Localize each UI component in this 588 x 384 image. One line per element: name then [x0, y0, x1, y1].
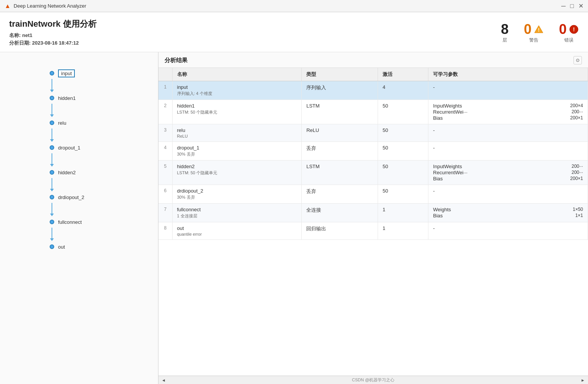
- param-name: InputWeights: [433, 103, 462, 109]
- error-icon: !: [569, 24, 579, 34]
- table-row[interactable]: 4dropout_130% 丢弃丢弃50-: [158, 142, 588, 161]
- layers-count: 8: [501, 22, 509, 36]
- cell-activation: 1: [378, 222, 428, 240]
- results-header: 分析结果 ⊙: [158, 52, 588, 68]
- results-title: 分析结果: [165, 57, 187, 64]
- param-value: 200···: [572, 170, 583, 175]
- collapse-button[interactable]: ⊙: [573, 56, 582, 64]
- cell-row-num: 5: [158, 161, 172, 185]
- arrow-input: [50, 90, 54, 92]
- table-row[interactable]: 5hidden2LSTM: 50 个隐藏单元LSTM50InputWeights…: [158, 161, 588, 185]
- param-name: Bias: [433, 176, 443, 182]
- cell-params: InputWeights200···RecurrentWei···200···B…: [428, 161, 588, 185]
- cell-row-num: 3: [158, 124, 172, 142]
- node-dot-out: [50, 244, 54, 249]
- errors-label: 错误: [564, 37, 573, 43]
- cell-activation: 50: [378, 185, 428, 204]
- cell-name: hidden2LSTM: 50 个隐藏单元: [172, 161, 302, 185]
- layer-name: input: [177, 84, 297, 90]
- cell-row-num: 6: [158, 185, 172, 204]
- cell-name: reluReLU: [172, 124, 302, 142]
- cell-type: ReLU: [302, 124, 378, 142]
- layer-subtext: 1 全连接层: [177, 213, 297, 219]
- cell-activation: 4: [378, 81, 428, 100]
- arrow-drdiopout2: [50, 214, 54, 216]
- table-row[interactable]: 8outquantile error回归输出1-: [158, 222, 588, 240]
- cell-row-num: 7: [158, 204, 172, 222]
- table-row[interactable]: 2hidden1LSTM: 50 个隐藏单元LSTM50InputWeights…: [158, 100, 588, 124]
- cell-name: fullconnect1 全连接层: [172, 204, 302, 222]
- node-dot-input: [50, 71, 54, 76]
- cell-params: Weights1×50Bias1×1: [428, 204, 588, 222]
- page-title: trainNetwork 使用分析: [9, 18, 97, 30]
- table-row[interactable]: 6drdiopout_230% 丢弃丢弃50-: [158, 185, 588, 204]
- param-name: Bias: [433, 115, 443, 121]
- scroll-left-arrow[interactable]: ◄: [162, 378, 166, 382]
- title-bar: ▲ Deep Learning Network Analyzer ─ □ ✕: [0, 0, 588, 12]
- table-row[interactable]: 7fullconnect1 全连接层全连接1Weights1×50Bias1×1: [158, 204, 588, 222]
- header-section: trainNetwork 使用分析 名称: net1 分析日期: 2023-08…: [0, 12, 588, 52]
- svg-text:!: !: [538, 27, 540, 33]
- header-left: trainNetwork 使用分析 名称: net1 分析日期: 2023-08…: [9, 18, 97, 47]
- cell-params: -: [428, 142, 588, 161]
- param-value: 1×1: [575, 213, 583, 219]
- cell-activation: 50: [378, 161, 428, 185]
- cell-activation: 50: [378, 124, 428, 142]
- stat-errors: 0 ! 错误: [559, 22, 579, 43]
- connector-input: [52, 79, 52, 90]
- connector-drdiopout2: [52, 203, 52, 214]
- layers-label: 层: [502, 37, 507, 43]
- node-label-relu[interactable]: relu: [58, 120, 66, 126]
- cell-name: outquantile error: [172, 222, 302, 240]
- param-value: 200···: [572, 164, 583, 169]
- cell-params: -: [428, 81, 588, 100]
- connector-hidden2: [52, 178, 52, 189]
- cell-name: input序列输入: 4 个维度: [172, 81, 302, 100]
- scroll-right-arrow[interactable]: ►: [581, 378, 585, 382]
- layer-name: hidden2: [177, 164, 297, 169]
- node-group-relu: relu: [50, 117, 66, 142]
- node-label-dropout1[interactable]: dropout_1: [58, 145, 81, 151]
- maximize-button[interactable]: □: [570, 3, 574, 9]
- body-section: input hidden1: [0, 52, 588, 384]
- cell-params: -: [428, 222, 588, 240]
- node-label-drdiopout2[interactable]: drdiopout_2: [58, 194, 84, 200]
- cell-params: -: [428, 124, 588, 142]
- network-name: 名称: net1: [9, 32, 97, 39]
- layer-name: drdiopout_2: [177, 188, 297, 194]
- close-button[interactable]: ✕: [578, 3, 583, 9]
- cell-params: -: [428, 185, 588, 204]
- results-table-container[interactable]: 名称 类型 激活 可学习参数 1input序列输入: 4 个维度序列输入4-2h…: [158, 68, 588, 376]
- table-row[interactable]: 1input序列输入: 4 个维度序列输入4-: [158, 81, 588, 100]
- cell-type: 全连接: [302, 204, 378, 222]
- cell-params: InputWeights200×4RecurrentWei···200···Bi…: [428, 100, 588, 124]
- cell-type: 丢弃: [302, 185, 378, 204]
- node-label-hidden1[interactable]: hidden1: [58, 95, 76, 101]
- param-name: Bias: [433, 213, 443, 219]
- node-label-hidden2[interactable]: hidden2: [58, 170, 76, 175]
- cell-name: dropout_130% 丢弃: [172, 142, 302, 161]
- results-table: 名称 类型 激活 可学习参数 1input序列输入: 4 个维度序列输入4-2h…: [158, 68, 588, 240]
- warning-icon: !: [534, 24, 544, 34]
- arrow-relu: [50, 139, 54, 142]
- col-type: 类型: [302, 68, 378, 81]
- param-value: 200···: [572, 109, 583, 115]
- param-value: 1×50: [573, 207, 583, 212]
- node-group-drdiopout2: drdiopout_2: [50, 191, 84, 216]
- node-group-hidden2: hidden2: [50, 167, 76, 191]
- layer-subtext: 序列输入: 4 个维度: [177, 91, 297, 96]
- node-dot-hidden1: [50, 96, 54, 100]
- connector-relu: [52, 129, 52, 139]
- node-label-input[interactable]: input: [58, 69, 75, 77]
- node-group-dropout1: dropout_1: [50, 142, 81, 167]
- minimize-button[interactable]: ─: [561, 3, 565, 9]
- cell-type: 序列输入: [302, 81, 378, 100]
- svg-text:!: !: [573, 26, 575, 32]
- cell-row-num: 2: [158, 100, 172, 124]
- arrow-hidden2: [50, 189, 54, 191]
- layer-subtext: 30% 丢弃: [177, 151, 297, 157]
- errors-count: 0: [559, 22, 567, 36]
- node-label-out[interactable]: out: [58, 244, 65, 250]
- node-label-fullconnect[interactable]: fullconnect: [58, 219, 82, 225]
- table-row[interactable]: 3reluReLUReLU50-: [158, 124, 588, 142]
